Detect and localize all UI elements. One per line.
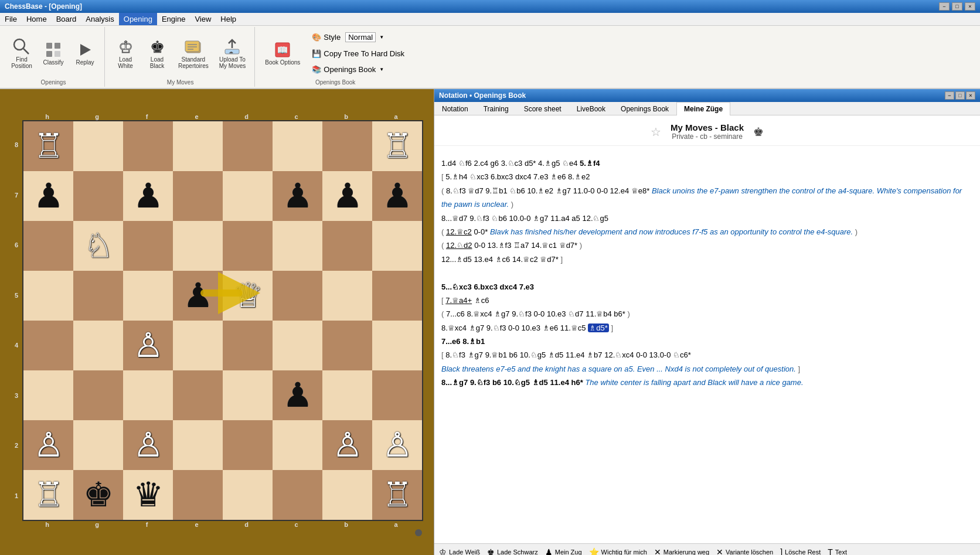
menu-help[interactable]: Help: [216, 13, 241, 25]
move-1100[interactable]: 11.0-0: [573, 186, 595, 195]
square-2-2[interactable]: [123, 221, 173, 271]
move-d5[interactable]: d5*: [525, 159, 536, 168]
move-bb7[interactable]: ♗b7: [587, 350, 602, 359]
notation-area[interactable]: 1.d4 ♘f6 2.c4 g6 3.♘c3 d5* 4.♗g5 ♘e4 5.♗…: [434, 151, 980, 543]
square-5-2[interactable]: [123, 370, 173, 420]
square-3-7[interactable]: [372, 271, 422, 321]
move-b6[interactable]: b6*: [614, 309, 625, 318]
square-3-3[interactable]: ♟: [173, 271, 223, 321]
square-6-1[interactable]: [73, 420, 123, 470]
move-bc6[interactable]: ♗c6: [495, 255, 511, 264]
minimize-button[interactable]: −: [939, 2, 950, 11]
move-00-2[interactable]: 0-0*: [474, 227, 488, 236]
move-10e3[interactable]: 10.e3: [547, 309, 566, 318]
square-2-3[interactable]: [173, 221, 223, 271]
panel-close[interactable]: ×: [966, 91, 975, 100]
move-11e4[interactable]: 11.e4: [566, 350, 585, 359]
upload-my-moves-button[interactable]: ☁ Upload ToMy Moves: [215, 35, 250, 72]
move-4bg5[interactable]: 4.♗g5: [538, 159, 560, 168]
move-b6-2[interactable]: b6: [509, 350, 518, 359]
square-4-4[interactable]: [223, 321, 273, 370]
move-bg7-2[interactable]: ♗g7: [533, 214, 548, 223]
move-5bf4[interactable]: 5.♗f4: [580, 159, 600, 168]
square-2-6[interactable]: [322, 221, 372, 271]
move-qd7-3[interactable]: ♕d7*: [540, 255, 559, 264]
square-1-4[interactable]: [223, 171, 273, 221]
piece-nf6[interactable]: ♘f6: [458, 159, 472, 168]
move-10be2[interactable]: 10.♗e2: [527, 186, 553, 195]
move-7c6[interactable]: 7...c6: [446, 309, 465, 318]
tab-training[interactable]: Training: [476, 102, 516, 115]
menu-analysis[interactable]: Analysis: [81, 13, 118, 25]
move-00-4[interactable]: 0-0: [533, 309, 545, 318]
standard-repertoires-button[interactable]: StandardRepertoires: [174, 35, 213, 72]
square-6-5[interactable]: [273, 420, 322, 470]
favorite-star-icon[interactable]: ☆: [651, 125, 661, 139]
move-1000[interactable]: 10.0-0: [509, 214, 531, 223]
menu-view[interactable]: View: [190, 13, 216, 25]
status-lade-schwarz[interactable]: ♚ Lade Schwarz: [487, 547, 538, 556]
move-qe8[interactable]: ♕e8*: [631, 186, 650, 195]
move-13e4[interactable]: 13.e4: [474, 255, 493, 264]
move-11qc5[interactable]: 11.♕c5: [560, 324, 586, 332]
move-00-5[interactable]: 0-0: [508, 324, 519, 332]
square-3-6[interactable]: [322, 271, 372, 321]
square-5-7[interactable]: [372, 370, 422, 420]
square-6-4[interactable]: [223, 420, 273, 470]
menu-home[interactable]: Home: [22, 13, 52, 25]
move-12nxc4[interactable]: 12.♘xc4: [604, 350, 634, 359]
square-1-2[interactable]: ♟: [123, 171, 173, 221]
move-12e4[interactable]: 12.e4: [610, 186, 629, 195]
move-14qc1[interactable]: 14.♕c1: [531, 241, 557, 250]
square-2-4[interactable]: [223, 221, 273, 271]
square-3-1[interactable]: [73, 271, 123, 321]
move-a5[interactable]: a5: [571, 214, 580, 223]
square-3-4[interactable]: ♕: [223, 271, 273, 321]
book-options-button[interactable]: 📖 Book Options: [261, 38, 304, 69]
move-dxc4[interactable]: dxc4: [515, 172, 531, 181]
square-2-5[interactable]: [273, 221, 322, 271]
move-9nf3[interactable]: 9.♘f3: [469, 214, 489, 223]
move-9nf3-3[interactable]: 9.♘f3: [486, 324, 506, 332]
move-13bf3[interactable]: 13.♗f3: [488, 241, 512, 250]
move-1300[interactable]: 13.0-0: [649, 350, 671, 359]
tab-scoresheet[interactable]: Score sheet: [516, 102, 569, 115]
move-8be2[interactable]: 8.♗e2: [568, 172, 590, 181]
load-black-button[interactable]: ♚ LoadBlack: [142, 35, 172, 72]
square-7-3[interactable]: [173, 470, 223, 520]
move-ne4[interactable]: ♘e4: [562, 159, 577, 168]
move-6bxc3[interactable]: 6.bxc3: [491, 172, 513, 181]
square-5-3[interactable]: [173, 370, 223, 420]
status-losche-rest[interactable]: ] Lösche Rest: [780, 547, 821, 556]
move-7e3[interactable]: 7.e3: [533, 172, 548, 181]
chess-board[interactable]: ♖♖♟♟♟♟♟♘♟♕♙♟♙♙♙♙♖♚♛♖: [22, 120, 423, 521]
move-10ng5[interactable]: 10.♘g5: [520, 350, 546, 359]
square-3-2[interactable]: [123, 271, 173, 321]
move-8qxc4-2[interactable]: 8.♕xc4: [441, 324, 467, 332]
move-12bd5[interactable]: 12...♗d5: [441, 255, 472, 264]
square-5-4[interactable]: [223, 370, 273, 420]
move-11qb4[interactable]: 11.♕b4: [586, 309, 612, 318]
move-8qd7[interactable]: 8...♕d7: [441, 214, 468, 223]
copy-tree-button[interactable]: 💾 Copy Tree To Hard Disk: [309, 47, 407, 60]
move-nd7[interactable]: ♘d7: [568, 309, 583, 318]
move-10e3-2[interactable]: 10.e3: [522, 324, 541, 332]
move-9qb1[interactable]: 9.♕b1: [485, 350, 507, 359]
square-2-0[interactable]: [23, 221, 73, 271]
load-white-button[interactable]: ♔ LoadWhite: [111, 35, 140, 72]
move-bg7[interactable]: ♗g7: [556, 186, 571, 195]
square-7-0[interactable]: ♖: [23, 470, 73, 520]
move-bg7-4[interactable]: ♗g7: [469, 324, 484, 332]
square-4-3[interactable]: [173, 321, 223, 370]
square-0-3[interactable]: [173, 121, 223, 171]
move-be6-2[interactable]: ♗e6: [543, 324, 558, 332]
panel-maximize[interactable]: □: [955, 91, 965, 100]
move-bd5-2[interactable]: ♗d5: [548, 350, 563, 359]
move-12ng5[interactable]: 12.♘g5: [582, 214, 608, 223]
square-5-0[interactable]: [23, 370, 73, 420]
square-0-4[interactable]: [223, 121, 273, 171]
classify-button[interactable]: Classify: [39, 38, 68, 69]
square-7-1[interactable]: ♚: [73, 470, 123, 520]
move-2c4[interactable]: 2.c4: [474, 159, 488, 168]
square-6-7[interactable]: ♙: [372, 420, 422, 470]
